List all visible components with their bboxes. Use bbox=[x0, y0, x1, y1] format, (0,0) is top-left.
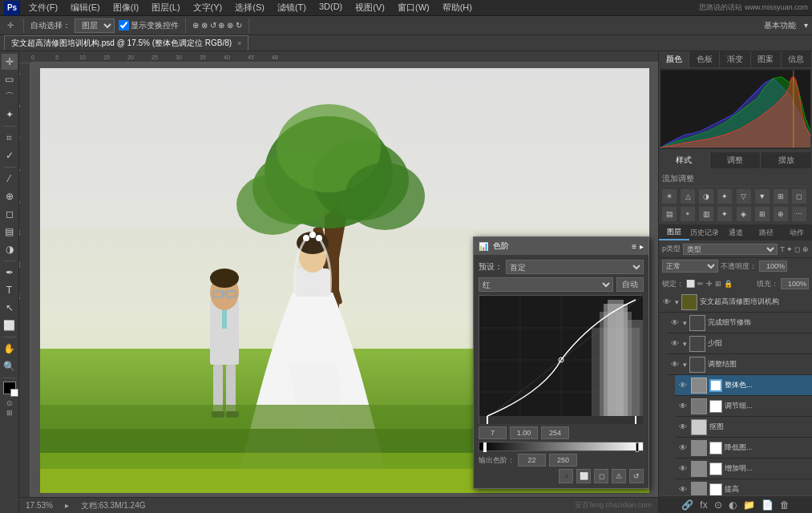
output-min-input[interactable] bbox=[518, 454, 546, 467]
layer-item[interactable]: 👁 降低图... bbox=[675, 438, 812, 458]
output-white-slider[interactable] bbox=[636, 442, 639, 452]
quick-mask-btn[interactable]: ⊙ bbox=[6, 399, 13, 407]
menu-edit[interactable]: 编辑(E) bbox=[68, 2, 103, 14]
background-color[interactable] bbox=[10, 389, 18, 397]
marquee-tool-button[interactable]: ▭ bbox=[2, 71, 18, 87]
document-tab[interactable]: 安文超高清修图培训机构.psd @ 17.5% (整体色调定位 RGB/8) × bbox=[4, 35, 248, 50]
tab-close-button[interactable]: × bbox=[237, 39, 241, 47]
tab-swatches[interactable]: 色板 bbox=[689, 51, 720, 67]
opacity-input[interactable] bbox=[759, 261, 787, 272]
gradient-tool-button[interactable]: ▤ bbox=[2, 224, 18, 240]
layer-visibility-toggle[interactable]: 👁 bbox=[669, 338, 681, 349]
layer-visibility-toggle[interactable]: 👁 bbox=[677, 463, 689, 475]
adj-posterize-btn[interactable]: ✦ bbox=[717, 207, 732, 221]
screen-mode-btn[interactable]: ⊞ bbox=[6, 409, 13, 417]
tab-pattern[interactable]: 图案 bbox=[751, 51, 782, 67]
add-effect-btn[interactable]: fx bbox=[700, 499, 707, 511]
hand-tool-button[interactable]: ✋ bbox=[2, 341, 18, 357]
tab-gradient[interactable]: 渐变 bbox=[720, 51, 750, 67]
output-max-input[interactable] bbox=[549, 454, 577, 467]
tab-other[interactable]: 摆放 bbox=[761, 152, 812, 168]
layer-visibility-toggle[interactable]: 👁 bbox=[677, 422, 689, 433]
adj-exposure-btn[interactable]: ✦ bbox=[717, 189, 732, 204]
dialog-title-bar[interactable]: 📊 色阶 ≡ ▸ bbox=[474, 237, 648, 255]
eyedropper-button[interactable]: ✓ bbox=[2, 147, 18, 164]
lock-artboard-icon[interactable]: ⊞ bbox=[715, 280, 721, 288]
lasso-tool-button[interactable]: ⌒ bbox=[2, 89, 18, 105]
adj-bw-btn[interactable]: ◻ bbox=[792, 189, 806, 204]
lock-pixels-icon[interactable]: ✏ bbox=[697, 280, 704, 288]
layers-tab-layers[interactable]: 图层 bbox=[659, 225, 689, 240]
warning-icon-btn[interactable]: ⚠ bbox=[612, 469, 626, 483]
layers-tab-channels[interactable]: 通道 bbox=[720, 226, 750, 240]
lock-transparent-icon[interactable]: ⬜ bbox=[686, 280, 695, 288]
menu-help[interactable]: 帮助(H) bbox=[440, 2, 475, 14]
input-black-point[interactable] bbox=[479, 426, 507, 439]
layer-visibility-toggle[interactable]: 👁 bbox=[677, 401, 689, 412]
layers-tab-paths[interactable]: 路径 bbox=[751, 226, 782, 240]
shape-tool-button[interactable]: ⬜ bbox=[2, 317, 18, 333]
layer-expand-icon[interactable]: ▾ bbox=[675, 298, 679, 306]
adj-hsl-btn[interactable]: ▼ bbox=[755, 189, 770, 204]
eraser-tool-button[interactable]: ◻ bbox=[2, 206, 18, 222]
menu-filter[interactable]: 滤镜(T) bbox=[275, 2, 309, 14]
tab-info[interactable]: 信息 bbox=[782, 51, 812, 67]
layer-item[interactable]: 👁 调节细... bbox=[675, 396, 812, 417]
lock-all-icon[interactable]: 🔒 bbox=[724, 280, 733, 288]
input-gamma[interactable] bbox=[510, 426, 538, 439]
text-tool-button[interactable]: T bbox=[2, 282, 18, 298]
burn-tool-button[interactable]: ◑ bbox=[2, 241, 18, 257]
new-layer-btn[interactable]: 📄 bbox=[762, 499, 774, 511]
adj-invert-btn[interactable]: ▥ bbox=[699, 207, 713, 221]
brush-tool-button[interactable]: ∕ bbox=[2, 171, 18, 187]
menu-file[interactable]: 文件(F) bbox=[26, 2, 60, 14]
auto-select-dropdown[interactable]: 图层 bbox=[75, 18, 115, 33]
adj-vibrance-btn[interactable]: ▽ bbox=[737, 189, 751, 204]
layer-visibility-toggle[interactable]: 👁 bbox=[677, 484, 689, 495]
eyedropper-black-btn[interactable]: ◾ bbox=[559, 469, 573, 483]
adj-brightness-btn[interactable]: ☀ bbox=[662, 189, 677, 204]
move-tool-button[interactable]: ✛ bbox=[2, 54, 18, 70]
layer-expand-icon[interactable]: ▾ bbox=[683, 319, 687, 327]
input-white-point[interactable] bbox=[541, 426, 569, 439]
magic-wand-button[interactable]: ✦ bbox=[2, 107, 18, 123]
eyedropper-gray-btn[interactable]: ⬜ bbox=[576, 469, 591, 483]
clone-stamp-button[interactable]: ⊕ bbox=[2, 188, 18, 204]
reset-btn[interactable]: ↺ bbox=[629, 469, 644, 483]
layer-visibility-toggle[interactable]: 👁 bbox=[669, 317, 681, 329]
dialog-expand-icon[interactable]: ≡ bbox=[632, 242, 636, 251]
filter-type-select[interactable]: 类型 bbox=[683, 244, 778, 255]
layers-tab-history[interactable]: 历史记录 bbox=[689, 226, 720, 240]
lock-position-icon[interactable]: ✛ bbox=[706, 280, 713, 288]
menu-layer[interactable]: 图层(L) bbox=[149, 2, 182, 14]
channel-select[interactable]: 红 绿 蓝 RGB bbox=[479, 277, 613, 292]
adj-photo-btn[interactable]: ▤ bbox=[662, 207, 677, 221]
crop-tool-button[interactable]: ⌗ bbox=[2, 130, 18, 146]
menu-3d[interactable]: 3D(D) bbox=[317, 2, 345, 14]
adj-selective-btn[interactable]: ⊕ bbox=[774, 207, 788, 221]
show-transform-label[interactable]: 显示变换控件 bbox=[119, 20, 179, 31]
adj-threshold-btn[interactable]: ◈ bbox=[737, 207, 751, 221]
adj-levels-btn[interactable]: △ bbox=[681, 189, 695, 204]
menu-view[interactable]: 视图(V) bbox=[353, 2, 387, 14]
layer-expand-icon[interactable]: ▾ bbox=[683, 361, 687, 369]
adj-more-btn[interactable]: ⋯ bbox=[792, 207, 806, 221]
layer-item[interactable]: 👁 抠图 bbox=[675, 417, 812, 438]
menu-window[interactable]: 窗口(W) bbox=[395, 2, 432, 14]
fill-input[interactable] bbox=[781, 278, 809, 289]
auto-button[interactable]: 自动 bbox=[616, 277, 644, 292]
add-mask-btn[interactable]: ⊙ bbox=[714, 499, 722, 511]
dialog-close-icon[interactable]: ▸ bbox=[640, 242, 644, 251]
eyedropper-white-btn[interactable]: ◻ bbox=[594, 469, 608, 483]
layers-tab-actions[interactable]: 动作 bbox=[782, 226, 812, 240]
new-adjustment-btn[interactable]: ◐ bbox=[729, 499, 737, 511]
zoom-tool-button[interactable]: 🔍 bbox=[2, 358, 18, 374]
add-link-btn[interactable]: 🔗 bbox=[681, 499, 693, 511]
adj-curves-btn[interactable]: ◑ bbox=[699, 189, 713, 204]
new-group-btn[interactable]: 📁 bbox=[743, 499, 755, 511]
layer-visibility-toggle[interactable]: 👁 bbox=[677, 442, 689, 454]
tab-color[interactable]: 颜色 bbox=[659, 51, 689, 67]
layer-visibility-toggle[interactable]: 👁 bbox=[661, 297, 673, 308]
show-transform-checkbox[interactable] bbox=[119, 20, 129, 30]
layer-visibility-toggle[interactable]: 👁 bbox=[677, 380, 689, 391]
